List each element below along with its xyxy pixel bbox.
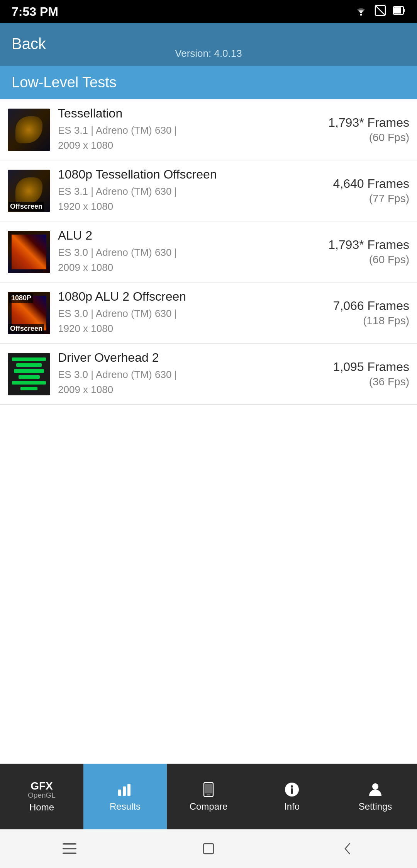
- info-circle-icon: [283, 781, 300, 798]
- test-result-alu2-offscreen: 7,066 Frames (118 Fps): [324, 299, 409, 327]
- test-result-driver-overhead: 1,095 Frames (36 Fps): [324, 360, 409, 388]
- svg-rect-7: [123, 786, 126, 796]
- result-frames-tessellation: 1,793* Frames: [324, 116, 409, 130]
- svg-rect-16: [63, 843, 76, 845]
- test-info-driver-overhead: Driver Overhead 2 ES 3.0 | Adreno (TM) 6…: [58, 351, 324, 397]
- version-label: Version: 4.0.13: [175, 48, 242, 60]
- test-info-alu2: ALU 2 ES 3.0 | Adreno (TM) 630 |2009 x 1…: [58, 228, 324, 275]
- top-bar: Back Version: 4.0.13: [0, 23, 417, 66]
- svg-point-13: [291, 785, 293, 788]
- wifi-icon: [354, 5, 368, 19]
- svg-line-2: [376, 6, 385, 15]
- status-icons: [354, 5, 405, 19]
- driver-bar-3: [14, 369, 44, 373]
- test-result-tessellation-offscreen: 4,640 Frames (77 Fps): [324, 177, 409, 205]
- test-details-tessellation: ES 3.1 | Adreno (TM) 630 |2009 x 1080: [58, 123, 324, 153]
- test-name-tessellation: Tessellation: [58, 106, 324, 121]
- test-name-alu2-offscreen: 1080p ALU 2 Offscreen: [58, 289, 324, 304]
- nav-label-info: Info: [284, 801, 300, 812]
- nav-item-compare[interactable]: Compare: [167, 764, 250, 829]
- driver-bar-2: [16, 363, 42, 367]
- result-fps-alu2-offscreen: (118 Fps): [324, 315, 409, 327]
- home-nav-button[interactable]: [197, 837, 220, 860]
- test-info-tessellation: Tessellation ES 3.1 | Adreno (TM) 630 |2…: [58, 106, 324, 153]
- driver-bar-5: [12, 381, 46, 385]
- test-item-tessellation-offscreen[interactable]: Offscreen 1080p Tessellation Offscreen E…: [0, 160, 417, 221]
- result-frames-alu2: 1,793* Frames: [324, 238, 409, 252]
- result-frames-tessellation-offscreen: 4,640 Frames: [324, 177, 409, 191]
- nav-label-settings: Settings: [359, 801, 392, 812]
- svg-rect-18: [63, 853, 76, 854]
- driver-bar-6: [20, 387, 37, 390]
- status-time: 7:53 PM: [12, 5, 58, 19]
- svg-rect-8: [127, 784, 131, 796]
- result-fps-alu2: (60 Fps): [324, 254, 409, 266]
- test-name-tessellation-offscreen: 1080p Tessellation Offscreen: [58, 167, 324, 182]
- badge-1080p: 1080P: [9, 293, 33, 303]
- thumbnail-driver-overhead: [8, 353, 50, 395]
- thumbnail-alu2-offscreen: 1080P Offscreen: [8, 292, 50, 334]
- test-item-alu2-offscreen[interactable]: 1080P Offscreen 1080p ALU 2 Offscreen ES…: [0, 283, 417, 344]
- test-details-driver-overhead: ES 3.0 | Adreno (TM) 630 |2009 x 1080: [58, 367, 324, 397]
- section-header: Low-Level Tests: [0, 66, 417, 99]
- svg-rect-14: [291, 788, 293, 794]
- test-item-tessellation[interactable]: Tessellation ES 3.1 | Adreno (TM) 630 |2…: [0, 99, 417, 160]
- gfx-home-icon: GFX OpenGL: [28, 781, 56, 799]
- offscreen-badge: Offscreen: [8, 202, 44, 211]
- svg-rect-11: [207, 795, 210, 795]
- content-spacer: [0, 584, 417, 764]
- driver-bar-1: [12, 357, 46, 361]
- result-frames-alu2-offscreen: 7,066 Frames: [324, 299, 409, 313]
- test-item-driver-overhead[interactable]: Driver Overhead 2 ES 3.0 | Adreno (TM) 6…: [0, 344, 417, 405]
- person-icon: [367, 781, 384, 798]
- menu-nav-button[interactable]: [58, 837, 81, 860]
- svg-point-0: [360, 14, 362, 15]
- svg-rect-4: [403, 9, 405, 12]
- test-name-driver-overhead: Driver Overhead 2: [58, 351, 324, 365]
- section-title: Low-Level Tests: [12, 74, 117, 90]
- status-bar: 7:53 PM: [0, 0, 417, 23]
- nav-item-info[interactable]: Info: [250, 764, 334, 829]
- system-nav: [0, 829, 417, 868]
- bar-chart-icon: [117, 781, 134, 798]
- svg-rect-10: [205, 784, 212, 793]
- svg-rect-17: [63, 848, 76, 849]
- nav-item-home[interactable]: GFX OpenGL Home: [0, 764, 83, 829]
- result-fps-tessellation: (60 Fps): [324, 131, 409, 144]
- nav-label-compare: Compare: [190, 801, 228, 812]
- test-result-tessellation: 1,793* Frames (60 Fps): [324, 116, 409, 144]
- test-details-alu2-offscreen: ES 3.0 | Adreno (TM) 630 |1920 x 1080: [58, 306, 324, 336]
- back-button[interactable]: Back: [12, 35, 46, 53]
- svg-point-15: [372, 783, 378, 790]
- test-details-alu2: ES 3.0 | Adreno (TM) 630 |2009 x 1080: [58, 245, 324, 275]
- result-fps-tessellation-offscreen: (77 Fps): [324, 192, 409, 205]
- thumbnail-tessellation-offscreen: Offscreen: [8, 170, 50, 212]
- test-item-alu2[interactable]: ALU 2 ES 3.0 | Adreno (TM) 630 |2009 x 1…: [0, 221, 417, 283]
- svg-rect-19: [203, 844, 214, 854]
- phone-icon: [200, 781, 217, 798]
- nav-item-settings[interactable]: Settings: [334, 764, 417, 829]
- test-info-tessellation-offscreen: 1080p Tessellation Offscreen ES 3.1 | Ad…: [58, 167, 324, 214]
- test-info-alu2-offscreen: 1080p ALU 2 Offscreen ES 3.0 | Adreno (T…: [58, 289, 324, 336]
- test-result-alu2: 1,793* Frames (60 Fps): [324, 238, 409, 266]
- result-frames-driver-overhead: 1,095 Frames: [324, 360, 409, 374]
- svg-rect-5: [394, 7, 401, 14]
- driver-bar-4: [19, 375, 40, 379]
- battery-icon: [393, 5, 405, 19]
- back-nav-button[interactable]: [336, 837, 359, 860]
- svg-rect-6: [118, 790, 121, 796]
- thumbnail-alu2: [8, 231, 50, 273]
- nav-item-results[interactable]: Results: [83, 764, 167, 829]
- no-sim-icon: [375, 5, 386, 19]
- test-details-tessellation-offscreen: ES 3.1 | Adreno (TM) 630 |1920 x 1080: [58, 184, 324, 214]
- thumbnail-tessellation: [8, 109, 50, 151]
- offscreen-badge-alu2: Offscreen: [8, 324, 44, 334]
- nav-label-results: Results: [110, 801, 141, 812]
- bottom-nav: GFX OpenGL Home Results Compare: [0, 764, 417, 829]
- nav-label-home: Home: [29, 802, 54, 813]
- result-fps-driver-overhead: (36 Fps): [324, 376, 409, 388]
- test-name-alu2: ALU 2: [58, 228, 324, 243]
- test-list: Tessellation ES 3.1 | Adreno (TM) 630 |2…: [0, 99, 417, 584]
